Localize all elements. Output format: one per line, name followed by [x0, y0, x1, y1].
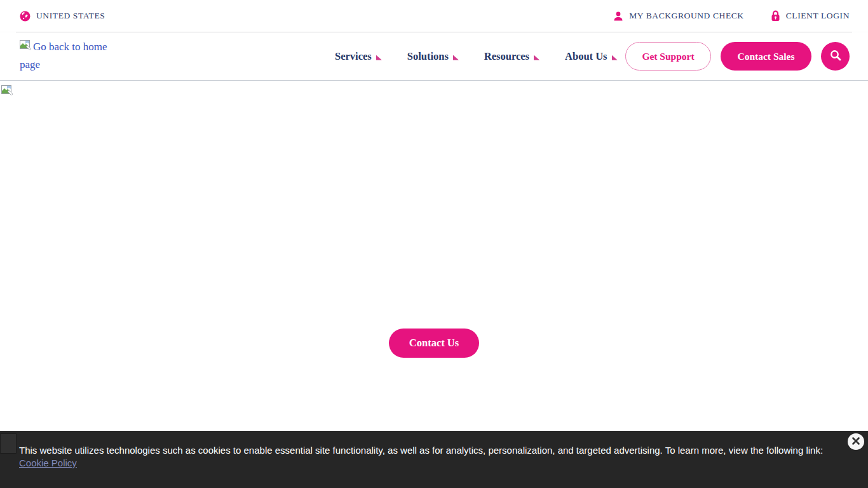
banner-close-button[interactable] [848, 433, 864, 450]
header-actions: Get Support Contact Sales [625, 32, 850, 80]
hero-section: Contact Us [0, 81, 868, 431]
region-selector[interactable]: UNITED STATES [20, 11, 105, 22]
get-support-button[interactable]: Get Support [625, 42, 711, 71]
main-header: Go back to home page Services Solutions … [0, 32, 868, 81]
top-utility-bar: UNITED STATES MY BACKGROUND CHECK [0, 0, 868, 32]
cookie-message-text: This website utilizes technologies such … [19, 445, 823, 456]
page: UNITED STATES MY BACKGROUND CHECK [0, 0, 868, 488]
caret-down-icon [376, 55, 382, 60]
nav-item-resources[interactable]: Resources [484, 50, 539, 63]
my-background-check-link[interactable]: MY BACKGROUND CHECK [613, 11, 743, 22]
nav-item-services[interactable]: Services [335, 50, 382, 63]
cookie-message: This website utilizes technologies such … [19, 444, 846, 470]
globe-icon [20, 11, 31, 22]
nav-label-resources: Resources [484, 50, 529, 63]
caret-down-icon [453, 55, 459, 60]
caret-down-icon [612, 55, 618, 60]
search-button[interactable] [821, 42, 850, 71]
contact-sales-button[interactable]: Contact Sales [721, 42, 811, 71]
my-background-check-label: MY BACKGROUND CHECK [629, 11, 743, 21]
close-x-icon [851, 436, 861, 448]
broken-image-icon [1, 85, 13, 98]
contact-us-button[interactable]: Contact Us [389, 329, 479, 358]
home-logo-link[interactable]: Go back to home page [20, 38, 115, 74]
banner-corner-decoration [0, 433, 17, 454]
nav-label-services: Services [335, 50, 372, 63]
user-icon [613, 11, 623, 22]
primary-nav: Services Solutions Resources About Us [335, 32, 618, 80]
nav-label-solutions: Solutions [407, 50, 449, 63]
client-login-link[interactable]: CLIENT LOGIN [771, 10, 850, 22]
client-login-label: CLIENT LOGIN [786, 11, 850, 21]
cookie-consent-banner: This website utilizes technologies such … [0, 431, 868, 488]
logo-alt-text: Go back to home page [20, 41, 107, 71]
cookie-policy-link[interactable]: Cookie Policy [19, 458, 77, 468]
lock-icon [771, 10, 780, 22]
region-label: UNITED STATES [36, 11, 105, 21]
broken-image-icon [20, 38, 32, 56]
caret-down-icon [534, 55, 539, 60]
nav-item-solutions[interactable]: Solutions [407, 50, 459, 63]
nav-item-about-us[interactable]: About Us [565, 50, 617, 63]
nav-label-about-us: About Us [565, 50, 607, 63]
search-icon [829, 49, 842, 64]
